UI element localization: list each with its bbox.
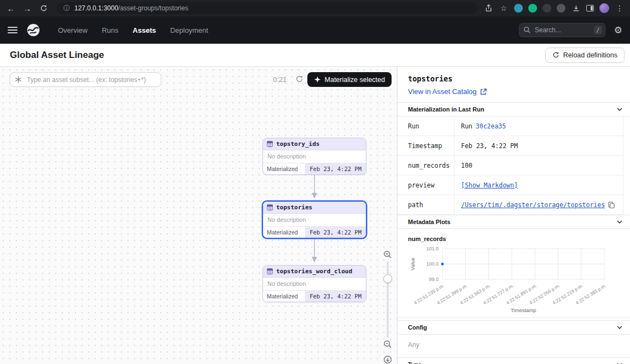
- materialize-icon: [314, 76, 321, 83]
- row-key: num_records: [398, 156, 454, 175]
- asset-node-topstory-ids[interactable]: topstory_ids No description Materialized…: [262, 138, 366, 175]
- search-icon: [523, 26, 530, 33]
- asset-node-name: topstories_word_cloud: [276, 268, 352, 275]
- run-link[interactable]: 30c2ea35: [476, 122, 506, 130]
- extension-icon-2[interactable]: [528, 4, 537, 13]
- browser-menu-icon[interactable]: ⋮: [615, 3, 625, 13]
- browser-back-button[interactable]: ←: [4, 2, 18, 15]
- url-host: 127.0.0.1:3000: [74, 4, 118, 12]
- hamburger-menu-icon[interactable]: [8, 27, 18, 33]
- timestamp-value: Feb 23, 4:22 PM: [454, 142, 524, 150]
- search-input[interactable]: [519, 23, 605, 37]
- asset-table-icon: [267, 141, 273, 147]
- row-key: path: [398, 195, 454, 214]
- chevron-down-icon: [617, 108, 622, 111]
- page-header: Global Asset Lineage Reload definitions: [0, 44, 630, 67]
- page-title: Global Asset Lineage: [10, 50, 104, 61]
- asset-node-footer: Materialized Feb 23, 4:22 PM: [263, 290, 366, 302]
- browser-actions: ☆ ⋮: [483, 3, 626, 13]
- nav-item-runs[interactable]: Runs: [102, 26, 118, 34]
- address-bar[interactable]: ⓘ 127.0.0.1:3000/asset-groups/topstories: [57, 2, 477, 14]
- refresh-countdown: 0:21: [273, 75, 287, 84]
- downloads-icon[interactable]: [571, 3, 581, 13]
- browser-toolbar: ← → ⓘ 127.0.0.1:3000/asset-groups/topsto…: [0, 0, 630, 16]
- asset-table-icon: [267, 268, 273, 274]
- app-navbar: Overview Runs Assets Deployment / ⚙: [0, 16, 630, 44]
- section-metadata-plots[interactable]: Metadata Plots: [398, 215, 630, 229]
- asset-node-header: topstories_word_cloud: [263, 266, 366, 278]
- settings-gear-icon[interactable]: ⚙: [614, 25, 622, 36]
- zoom-controls: [382, 250, 394, 259]
- metadata-plot: 101.0100.099.04:22:51.235 p.m.4:22:51.39…: [407, 244, 630, 316]
- global-search[interactable]: /: [519, 23, 605, 37]
- asset-graph-filter-icon: [15, 76, 22, 83]
- svg-text:Timestamp: Timestamp: [511, 307, 536, 313]
- asset-node-status: Materialized: [263, 163, 302, 174]
- asset-node-timestamp: Feb 23, 4:22 PM: [305, 163, 366, 174]
- metadata-table: Run Run 30c2ea35 Timestamp Feb 23, 4:22 …: [398, 116, 623, 215]
- asset-node-timestamp: Feb 23, 4:22 PM: [305, 227, 366, 238]
- table-row-path: path /Users/tim/.dagster/storage/topstor…: [398, 195, 623, 215]
- section-title: Config: [408, 324, 427, 331]
- config-value: Any: [398, 334, 630, 354]
- section-config[interactable]: Config: [398, 320, 630, 334]
- browser-reload-button[interactable]: [37, 2, 50, 15]
- nav-item-deployment[interactable]: Deployment: [170, 26, 208, 34]
- asset-node-topstories-word-cloud[interactable]: topstories_word_cloud No description Mat…: [262, 265, 366, 302]
- dagster-logo[interactable]: [25, 22, 42, 38]
- asset-subset-input[interactable]: [10, 72, 161, 87]
- nav-right: / ⚙: [519, 23, 622, 37]
- nav-item-assets[interactable]: Assets: [133, 26, 156, 34]
- recenter-icon[interactable]: [383, 355, 392, 364]
- share-icon[interactable]: [483, 3, 493, 13]
- chevron-down-icon: [617, 326, 622, 329]
- zoom-in-icon[interactable]: [383, 250, 392, 259]
- external-link-icon: [480, 89, 487, 95]
- bookmark-star-icon[interactable]: ☆: [499, 3, 509, 13]
- svg-text:99.0: 99.0: [429, 277, 439, 282]
- browser-profile-avatar[interactable]: [599, 3, 609, 13]
- view-in-asset-catalog-link[interactable]: View in Asset Catalog: [398, 83, 630, 96]
- show-markdown-link[interactable]: [Show Markdown]: [461, 181, 518, 189]
- materialize-selected-button[interactable]: Materialize selected: [307, 72, 392, 87]
- side-panel-icon[interactable]: [586, 5, 594, 11]
- site-info-icon[interactable]: ⓘ: [63, 4, 70, 13]
- section-materialization-last-run[interactable]: Materialization in Last Run: [398, 102, 630, 116]
- table-row-preview: preview [Show Markdown]: [398, 175, 623, 195]
- extensions-puzzle-icon[interactable]: [557, 4, 565, 13]
- svg-text:Value: Value: [410, 257, 416, 271]
- reload-definitions-button[interactable]: Reload definitions: [545, 48, 625, 63]
- run-prefix: Run: [461, 122, 472, 130]
- asset-graph-canvas[interactable]: 0:21 Materialize selected: [0, 67, 397, 364]
- divider: [398, 318, 630, 318]
- zoom-slider-track[interactable]: [387, 261, 389, 338]
- chevron-down-icon: [617, 220, 622, 224]
- extension-icon-1[interactable]: [514, 4, 523, 13]
- asset-node-header: topstory_ids: [263, 138, 366, 150]
- zoom-out-icon[interactable]: [383, 340, 392, 349]
- section-type[interactable]: Type: [398, 357, 630, 364]
- asset-node-name: topstories: [276, 204, 312, 211]
- asset-node-status: Materialized: [263, 227, 302, 238]
- copy-icon[interactable]: [608, 202, 615, 208]
- zoom-slider-handle[interactable]: [383, 274, 392, 283]
- content: 0:21 Materialize selected: [0, 67, 630, 364]
- asset-node-description: No description: [263, 150, 366, 163]
- nav-links: Overview Runs Assets Deployment: [58, 26, 208, 34]
- browser-forward-button[interactable]: →: [21, 2, 34, 15]
- path-link[interactable]: /Users/tim/.dagster/storage/topstories: [461, 201, 605, 209]
- asset-node-footer: Materialized Feb 23, 4:22 PM: [263, 226, 366, 238]
- table-row-run: Run Run 30c2ea35: [398, 116, 623, 136]
- asset-node-status: Materialized: [263, 291, 302, 302]
- asset-table-icon: [267, 204, 273, 210]
- screen: ← → ⓘ 127.0.0.1:3000/asset-groups/topsto…: [0, 0, 630, 364]
- table-row-num-records: num_records 100: [398, 156, 623, 175]
- asset-node-topstories[interactable]: topstories No description Materialized F…: [262, 201, 366, 238]
- svg-text:101.0: 101.0: [426, 246, 439, 251]
- section-title: Type: [408, 361, 422, 364]
- extension-icon-3[interactable]: [542, 4, 551, 13]
- graph-refresh-icon[interactable]: [295, 75, 304, 84]
- nav-item-overview[interactable]: Overview: [58, 26, 88, 34]
- asset-node-footer: Materialized Feb 23, 4:22 PM: [263, 163, 366, 174]
- url-path: /asset-groups/topstories: [118, 4, 188, 12]
